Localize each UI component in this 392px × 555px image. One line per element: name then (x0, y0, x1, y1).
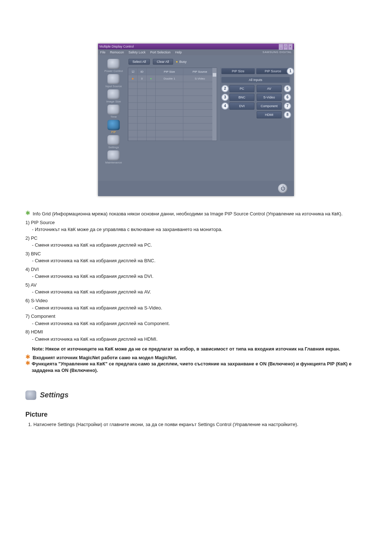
callout-6: 6 (284, 94, 291, 101)
item-3-head: 3) BNC (25, 251, 41, 256)
callout-1: 1 (287, 68, 294, 75)
settings-heading: Settings (40, 390, 69, 400)
av-button[interactable]: AV (257, 85, 282, 92)
col-pip-source: PIP Source (183, 68, 217, 75)
intro-text: Info Grid (Информационна мрежа) показва … (33, 211, 343, 217)
close-icon[interactable]: × (288, 44, 293, 50)
busy-indicator: Busy (176, 60, 187, 64)
menu-remocon[interactable]: Remocon (110, 50, 124, 54)
pip-icon (107, 120, 120, 130)
settings-icon (107, 135, 120, 145)
control-panel: PIP Size PIP Source 1 All Inputs 2 PC AV (220, 68, 291, 141)
picture-heading: Picture (25, 410, 367, 419)
sidebar-item-time[interactable]: Time (99, 105, 128, 118)
col-checkbox[interactable]: ☑ (128, 68, 138, 75)
menu-help[interactable]: Help (175, 50, 182, 54)
sidebar-item-maintenance[interactable]: Maintenance (99, 150, 128, 164)
power-button-icon[interactable] (278, 184, 287, 193)
brand-label: SAMSUNG DIGITAL (262, 49, 292, 55)
sidebar-item-power-control[interactable]: Power Control (99, 59, 128, 73)
item-8-body: - Сменя източника на КвК на избрания дис… (32, 336, 367, 343)
table-row[interactable] (128, 123, 217, 130)
pc-button[interactable]: PC (229, 85, 254, 92)
pip-size-label: PIP Size (232, 69, 244, 73)
image-size-icon (107, 89, 120, 100)
hdmi-button[interactable]: HDMI (257, 111, 282, 118)
document-body: ✱ Info Grid (Информационна мрежа) показв… (25, 211, 367, 428)
all-inputs-header: All Inputs (221, 77, 290, 83)
app-footer (98, 181, 294, 196)
item-1-head: 1) PIP Source (25, 220, 55, 225)
sidebar-item-label: PIP (99, 130, 128, 134)
item-1-body: - Източникът на КвК може да се управлява… (32, 226, 367, 233)
table-row[interactable] (128, 82, 217, 89)
item-8-head: 8) HDMI (25, 329, 43, 335)
row-checkbox[interactable]: ■ (132, 77, 134, 80)
pip-size-tab[interactable]: PIP Size (221, 68, 255, 74)
table-row[interactable] (128, 110, 217, 117)
status-dot-icon: ● (150, 77, 152, 80)
star-icon: ✱ (25, 361, 32, 373)
bullet-2: Функцията "Управление на КвК" се предлаг… (32, 361, 367, 373)
item-4-head: 4) DVI (25, 267, 39, 272)
grid-scrollbar[interactable] (212, 68, 217, 141)
note-text: Note: Някои от източниците на КвК може д… (32, 346, 367, 352)
col-pip-size: PIP Size (156, 68, 183, 75)
table-row[interactable] (128, 96, 217, 103)
pip-source-tab[interactable]: PIP Source 1 (256, 68, 290, 74)
bullet-1: Входният източник MagicNet работи само н… (33, 355, 177, 361)
minimize-icon[interactable]: _ (279, 44, 283, 50)
menu-safety-lock[interactable]: Safety Lock (128, 50, 146, 54)
sidebar-item-label: Power Control (99, 69, 128, 73)
callout-3: 3 (221, 94, 229, 101)
clear-all-button[interactable]: Clear All (153, 59, 173, 65)
step-1: Натиснете Settings (Настройки) от главни… (33, 421, 367, 428)
callout-7: 7 (284, 102, 291, 110)
item-2-head: 2) PC (25, 235, 37, 241)
sidebar-item-image-size[interactable]: Image Size (99, 89, 128, 103)
dvi-button[interactable]: DVI (229, 102, 254, 110)
row-pip-size: Double 1 (156, 75, 183, 82)
sidebar-item-label: Image Size (99, 100, 128, 103)
menu-file[interactable]: File (100, 50, 106, 54)
item-6-body: - Сменя източника на КвК на избрания дис… (32, 305, 367, 311)
table-row[interactable]: ■ 0 ● Double 1 S-Video (128, 75, 217, 82)
table-row[interactable] (128, 89, 217, 96)
time-icon (107, 105, 120, 115)
col-id: ID (138, 68, 147, 75)
bnc-button[interactable]: BNC (229, 94, 254, 101)
sidebar-item-settings[interactable]: Settings (99, 135, 128, 149)
window-controls: _□× (278, 44, 293, 49)
item-3-body: - Сменя източника на КвК на избрания дис… (32, 258, 367, 264)
steps-list: Натиснете Settings (Настройки) от главни… (33, 421, 367, 428)
sidebar-item-label: Settings (99, 146, 128, 149)
component-button[interactable]: Component (257, 102, 282, 110)
sidebar-item-label: Maintenance (99, 161, 128, 164)
sidebar-item-label: Time (99, 115, 128, 118)
row-id: 0 (138, 75, 147, 82)
toolbar: Select All Clear All Busy (128, 57, 291, 68)
row-pip-source: S-Video (183, 75, 217, 82)
maximize-icon[interactable]: □ (283, 44, 288, 50)
settings-section-header: Settings (25, 390, 367, 400)
callout-5: 5 (284, 85, 291, 92)
info-grid: ☑ ID PIP Size PIP Source ■ 0 ● Double 1 (128, 68, 217, 141)
table-row[interactable] (128, 137, 217, 141)
input-source-icon (107, 74, 120, 84)
table-row[interactable] (128, 130, 217, 137)
item-7-body: - Сменя източника на КвК на избрания дис… (32, 320, 367, 327)
sidebar-item-input-source[interactable]: Input Source (99, 74, 128, 88)
select-all-button[interactable]: Select All (128, 59, 150, 65)
menu-port-selection[interactable]: Port Selection (150, 50, 171, 54)
item-7-head: 7) Component (25, 313, 55, 319)
item-6-head: 6) S-Video (25, 298, 48, 303)
svideo-button[interactable]: S-Video (257, 94, 282, 101)
sidebar-item-pip[interactable]: PIP (99, 120, 128, 134)
callout-4: 4 (221, 102, 229, 110)
table-row[interactable] (128, 117, 217, 123)
menubar: File Remocon Safety Lock Port Selection … (98, 49, 294, 55)
maintenance-icon (107, 150, 120, 161)
item-4-body: - Сменя източника на КвК на избрания дис… (32, 273, 367, 280)
star-icon: ✱ (25, 211, 33, 217)
table-row[interactable] (128, 103, 217, 110)
